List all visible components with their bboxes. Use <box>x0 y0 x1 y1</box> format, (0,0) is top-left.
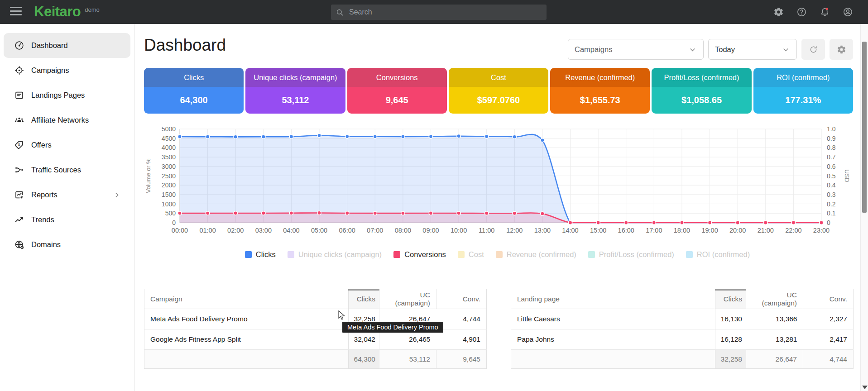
gear-icon[interactable] <box>773 7 784 17</box>
svg-text:23:00: 23:00 <box>813 227 830 234</box>
legend-item-6[interactable]: ROI (confirmed) <box>686 250 750 259</box>
row-value-cell: 2,417 <box>803 329 854 350</box>
metric-card-4[interactable]: Revenue (confirmed)$1,655.73 <box>550 68 650 114</box>
column-header[interactable]: Conv. <box>436 289 487 309</box>
traffic-chart[interactable]: 00:0001:0002:0003:0004:0005:0006:0007:00… <box>144 119 853 242</box>
row-name-cell: Papa Johns <box>511 329 715 350</box>
svg-text:3500: 3500 <box>162 153 176 161</box>
svg-text:16:00: 16:00 <box>618 227 634 234</box>
metric-card-3[interactable]: Cost$597.0760 <box>449 68 548 114</box>
svg-text:1500: 1500 <box>162 191 176 198</box>
metric-card-label: Conversions <box>347 68 447 87</box>
page-scrollbar[interactable] <box>860 24 868 391</box>
total-cell <box>511 350 715 369</box>
sidebar-item-traffic-sources[interactable]: Traffic Sources <box>4 157 130 182</box>
metric-card-value: $1,058.65 <box>652 87 751 114</box>
legend-item-0[interactable]: Clicks <box>245 250 276 259</box>
sidebar-item-trends[interactable]: Trends <box>4 207 130 232</box>
metric-card-0[interactable]: Clicks64,300 <box>144 68 244 114</box>
app-logo[interactable]: Keitarodemo <box>34 4 100 20</box>
metric-card-value: 9,645 <box>347 87 447 114</box>
column-header[interactable]: UC (campaign) <box>746 289 803 309</box>
metric-card-2[interactable]: Conversions9,645 <box>347 68 447 114</box>
metric-card-5[interactable]: Profit/Loss (confirmed)$1,058.65 <box>652 68 751 114</box>
column-header[interactable]: Clicks <box>715 289 746 309</box>
svg-text:0.6: 0.6 <box>827 163 836 170</box>
logo-demo-badge: demo <box>85 6 100 13</box>
date-range-select[interactable]: Today <box>708 39 797 60</box>
column-header[interactable]: Campaign <box>144 289 349 309</box>
sidebar-item-reports[interactable]: Reports <box>4 182 130 207</box>
metric-card-label: Cost <box>449 68 548 87</box>
trends-icon <box>14 215 24 225</box>
metric-card-value: $1,655.73 <box>550 87 650 114</box>
user-icon[interactable] <box>843 7 853 17</box>
legend-label: Revenue (confirmed) <box>507 250 576 259</box>
total-cell: 53,112 <box>379 350 436 369</box>
sidebar-item-dashboard[interactable]: Dashboard <box>4 33 130 58</box>
svg-text:0.7: 0.7 <box>827 153 836 161</box>
row-name-cell: Little Caesars <box>511 309 715 329</box>
sidebar-item-affiliate-networks[interactable]: Affiliate Networks <box>4 108 130 133</box>
column-header[interactable]: Conv. <box>803 289 854 309</box>
global-search[interactable] <box>331 5 547 20</box>
row-value-cell: 16,128 <box>715 329 746 350</box>
legend-label: Conversions <box>404 250 446 259</box>
metric-card-1[interactable]: Unique clicks (campaign)53,112 <box>245 68 345 114</box>
sidebar-item-label: Campaigns <box>31 66 69 75</box>
row-value-cell: 4,901 <box>436 329 487 350</box>
table-row[interactable]: Papa Johns16,12813,2812,417 <box>511 329 854 350</box>
sidebar-item-campaigns[interactable]: Campaigns <box>4 58 130 83</box>
svg-text:14:00: 14:00 <box>562 227 578 234</box>
svg-text:Volume or %: Volume or % <box>145 158 152 193</box>
svg-text:09:00: 09:00 <box>422 227 439 234</box>
svg-text:02:00: 02:00 <box>227 227 244 234</box>
svg-text:21:00: 21:00 <box>758 227 774 234</box>
legend-item-4[interactable]: Revenue (confirmed) <box>496 250 576 259</box>
svg-text:2000: 2000 <box>162 181 176 189</box>
chevron-down-icon <box>782 45 790 54</box>
legend-label: Cost <box>469 250 484 259</box>
svg-text:13:00: 13:00 <box>534 227 551 234</box>
legend-item-3[interactable]: Cost <box>458 250 484 259</box>
svg-text:01:00: 01:00 <box>199 227 216 234</box>
bell-icon[interactable] <box>820 7 830 17</box>
legend-item-2[interactable]: Conversions <box>393 250 446 259</box>
scrollbar-thumb[interactable] <box>862 42 867 213</box>
metric-cards: Clicks64,300Unique clicks (campaign)53,1… <box>144 68 853 114</box>
sidebar-item-domains[interactable]: Domains <box>4 232 130 257</box>
search-input[interactable] <box>349 8 542 16</box>
landing-pages-table: Landing pageClicksUC (campaign)Conv.Litt… <box>511 289 854 369</box>
hamburger-menu-icon[interactable] <box>10 7 22 17</box>
metric-card-value: 64,300 <box>144 87 244 114</box>
svg-text:12:00: 12:00 <box>506 227 523 234</box>
campaigns-filter-select[interactable]: Campaigns <box>568 39 704 60</box>
sidebar-item-label: Traffic Sources <box>31 166 81 174</box>
metric-card-value: $597.0760 <box>449 87 548 114</box>
svg-text:07:00: 07:00 <box>367 227 383 234</box>
svg-text:00:00: 00:00 <box>172 227 188 234</box>
sidebar-item-offers[interactable]: $ Offers <box>4 133 130 157</box>
column-header[interactable]: Landing page <box>511 289 715 309</box>
sidebar-item-landings-pages[interactable]: Landings Pages <box>4 83 130 108</box>
table-row[interactable]: Little Caesars16,13013,3662,327 <box>511 309 854 329</box>
help-icon[interactable] <box>796 7 807 17</box>
refresh-button[interactable] <box>801 39 825 60</box>
row-name-cell: Meta Ads Food Delivery Promo <box>144 309 349 329</box>
sidebar: Dashboard Campaigns Landings Pages Affil… <box>0 24 134 391</box>
refresh-icon <box>809 45 818 54</box>
metric-card-6[interactable]: ROI (confirmed)177.31% <box>753 68 853 114</box>
chart-settings-button[interactable] <box>830 39 853 60</box>
legend-label: Clicks <box>256 250 276 259</box>
legend-item-5[interactable]: Profit/Loss (confirmed) <box>588 250 674 259</box>
legend-swatch <box>686 251 693 258</box>
legend-item-1[interactable]: Unique clicks (campaign) <box>288 250 382 259</box>
scrollbar-down-arrow[interactable] <box>862 386 868 389</box>
row-value-cell: 4,744 <box>436 309 487 329</box>
column-header[interactable]: Clicks <box>349 289 379 309</box>
column-header[interactable]: UC (campaign) <box>379 289 436 309</box>
svg-text:3000: 3000 <box>162 163 176 170</box>
svg-text:0.9: 0.9 <box>827 135 836 142</box>
total-cell: 32,258 <box>715 350 746 369</box>
sidebar-item-label: Landings Pages <box>31 91 85 100</box>
